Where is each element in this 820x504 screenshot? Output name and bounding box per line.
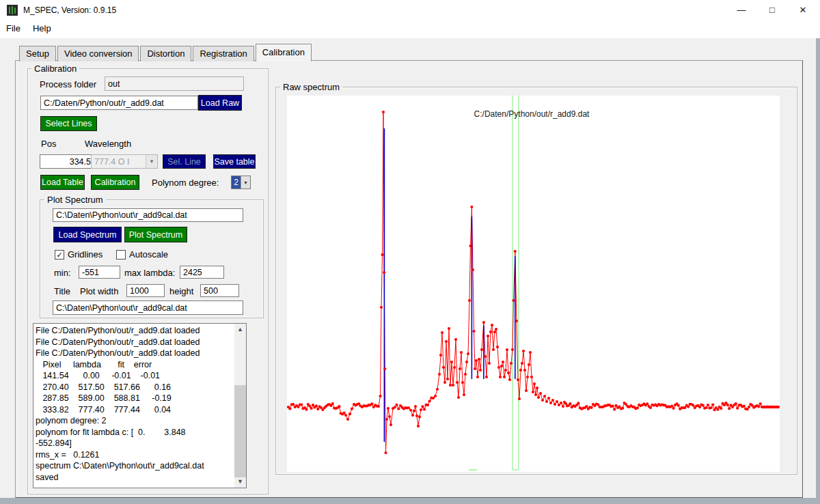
tab-video-conversion[interactable]: Video conversion xyxy=(57,46,139,61)
process-folder-label: Process folder xyxy=(40,79,96,89)
polynom-degree-value: 2 xyxy=(232,176,241,188)
log-line: rms_x = 0.1261 xyxy=(36,449,232,461)
window-title: M_SPEC, Version: 0.9.15 xyxy=(23,5,116,15)
svg-text:C:/Daten/Python/out/r_add9.dat: C:/Daten/Python/out/r_add9.dat xyxy=(474,109,590,119)
raw-spectrum-group-title: Raw spectrum xyxy=(280,82,342,92)
log-line: -552.894] xyxy=(36,438,232,449)
load-spectrum-button[interactable]: Load Spectrum xyxy=(53,227,122,242)
chevron-down-icon[interactable]: ▼ xyxy=(241,176,250,188)
plot-spectrum-button[interactable]: Plot Spectrum xyxy=(124,227,187,242)
tab-distortion[interactable]: Distortion xyxy=(140,46,191,61)
title-bar: M_SPEC, Version: 0.9.15 — □ ✕ xyxy=(0,0,820,20)
menu-file[interactable]: File xyxy=(0,20,27,38)
cal-file-field[interactable]: C:\Daten\Python\out\r_add9cal.dat xyxy=(53,208,243,222)
desktop-edge-right xyxy=(816,38,820,504)
tab-calibration[interactable]: Calibration xyxy=(256,44,312,61)
select-lines-button[interactable]: Select Lines xyxy=(40,116,97,131)
log-line: polynom for fit lambda c: [ 0. 3.848 xyxy=(36,427,232,438)
log-line: Pixel lambda fit error xyxy=(36,359,232,371)
scrollbar-thumb[interactable] xyxy=(234,385,246,477)
plot-width-field[interactable]: 1000 xyxy=(126,284,165,297)
load-raw-button[interactable]: Load Raw xyxy=(198,95,242,111)
scroll-up-icon[interactable]: ▲ xyxy=(234,324,246,335)
polynom-degree-spinner[interactable]: 2 ▼ xyxy=(231,176,251,189)
log-line: 141.54 0.00 -0.01 -0.01 xyxy=(36,370,232,382)
menu-help[interactable]: Help xyxy=(27,20,57,38)
tab-registration[interactable]: Registration xyxy=(193,46,254,61)
log-scrollbar[interactable]: ▲ ▼ xyxy=(234,324,246,488)
autoscale-checkbox[interactable] xyxy=(116,250,126,260)
raw-file-field[interactable]: C:/Daten/Python/out/r_add9.dat xyxy=(40,96,198,110)
log-line: File C:/Daten/Python/out/r_add9.dat load… xyxy=(36,348,232,359)
max-lambda-label: max lambda: xyxy=(124,268,175,278)
height-label: height xyxy=(169,286,193,296)
log-line: spectrum C:\Daten\Python\out\r_add9cal.d… xyxy=(36,460,232,472)
log-line: saved xyxy=(36,472,232,484)
min-label: min: xyxy=(54,268,71,278)
spectrum-chart[interactable]: C:/Daten/Python/out/r_add9.dat xyxy=(287,96,780,472)
maximize-icon[interactable]: □ xyxy=(756,0,788,20)
gridlines-checkbox[interactable]: ✓ xyxy=(55,250,64,260)
wavelength-value: 777.4 O I xyxy=(92,157,146,167)
chevron-down-icon[interactable]: ▼ xyxy=(146,155,157,168)
plot-spectrum-group-title: Plot Spectrum xyxy=(44,195,106,205)
calibration-group-title: Calibration xyxy=(31,64,79,74)
log-box: File C:/Daten/Python/out/r_add9.dat load… xyxy=(33,323,247,488)
height-field[interactable]: 500 xyxy=(200,284,239,297)
save-table-button[interactable]: Save table xyxy=(213,154,256,169)
polynom-degree-label: Polynom degree: xyxy=(152,178,219,188)
app-icon xyxy=(7,5,18,16)
raw-spectrum-plot[interactable]: C:/Daten/Python/out/r_add9.dat xyxy=(287,96,780,472)
log-line: polynom degree: 2 xyxy=(36,415,232,427)
gridlines-label: Gridlines xyxy=(68,249,102,260)
desktop-edge-bottom xyxy=(0,498,820,504)
plot-title-field[interactable]: C:\Daten\Python\out\r_add9cal.dat xyxy=(53,300,243,315)
tab-strip: SetupVideo conversionDistortionRegistrat… xyxy=(19,44,313,61)
log-line: 287.85 589.00 588.81 -0.19 xyxy=(36,393,232,404)
process-folder-field[interactable]: out xyxy=(105,76,244,91)
calibration-button[interactable]: Calibration xyxy=(91,175,139,190)
log-line: 270.40 517.50 517.66 0.16 xyxy=(36,382,232,393)
log-text: File C:/Daten/Python/out/r_add9.dat load… xyxy=(36,325,232,486)
app-window: M_SPEC, Version: 0.9.15 — □ ✕ FileHelp S… xyxy=(0,0,820,504)
pos-field[interactable]: 334.5 xyxy=(40,154,94,169)
sel-line-button[interactable]: Sel. Line xyxy=(163,154,206,169)
wavelength-combobox[interactable]: 777.4 O I ▼ xyxy=(91,154,158,169)
plot-width-label: Plot width xyxy=(80,286,118,296)
log-line: File C:/Daten/Python/out/r_add9.dat load… xyxy=(36,325,232,337)
min-field[interactable]: -551 xyxy=(79,266,120,279)
load-table-button[interactable]: Load Table xyxy=(40,175,85,190)
max-lambda-field[interactable]: 2425 xyxy=(180,266,224,279)
autoscale-label: Autoscale xyxy=(129,249,168,260)
pos-label: Pos xyxy=(41,139,56,149)
scroll-down-icon[interactable]: ▼ xyxy=(234,476,246,488)
menu-bar: FileHelp xyxy=(0,20,820,38)
title-label: Title xyxy=(54,286,70,296)
close-icon[interactable]: ✕ xyxy=(787,0,819,20)
tab-setup[interactable]: Setup xyxy=(19,46,56,61)
wavelength-label: Wavelength xyxy=(85,139,131,149)
log-line: 333.82 777.40 777.44 0.04 xyxy=(36,404,232,416)
log-line: File C:/Daten/Python/out/r_add9.dat load… xyxy=(36,337,232,348)
minimize-icon[interactable]: — xyxy=(726,0,757,20)
